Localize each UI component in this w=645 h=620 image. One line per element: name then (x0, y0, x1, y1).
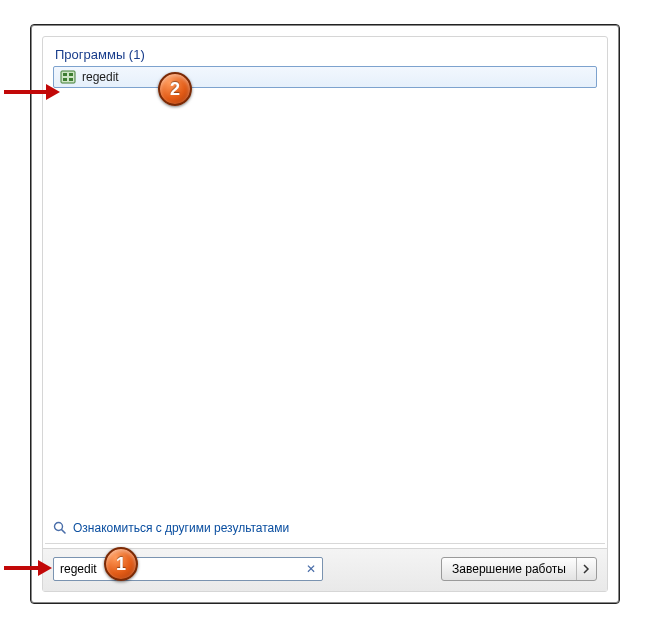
results-category-header: Программы (1) (53, 45, 597, 66)
start-menu-panel: Программы (1) regedit (42, 36, 608, 592)
more-results-label: Ознакомиться с другими результатами (73, 521, 289, 535)
shutdown-label: Завершение работы (452, 562, 566, 576)
svg-rect-0 (61, 71, 75, 83)
search-icon (53, 521, 67, 535)
result-item-regedit[interactable]: regedit (53, 66, 597, 88)
search-input[interactable] (53, 557, 323, 581)
svg-line-6 (62, 530, 66, 534)
results-area: Программы (1) regedit (43, 37, 607, 543)
shutdown-options-arrow[interactable] (576, 558, 596, 580)
shutdown-button[interactable]: Завершение работы (442, 558, 576, 580)
svg-rect-2 (69, 73, 73, 76)
result-item-label: regedit (82, 70, 119, 84)
svg-rect-1 (63, 73, 67, 76)
regedit-icon (60, 69, 76, 85)
svg-rect-4 (69, 78, 73, 81)
start-menu-frame: Программы (1) regedit (30, 24, 620, 604)
bottom-bar: ✕ Завершение работы (43, 548, 607, 591)
shutdown-split-button: Завершение работы (441, 557, 597, 581)
divider (45, 543, 605, 544)
search-field-wrap: ✕ (53, 557, 323, 581)
clear-search-icon[interactable]: ✕ (303, 561, 319, 577)
svg-rect-3 (63, 78, 67, 81)
more-results-link[interactable]: Ознакомиться с другими результатами (53, 521, 289, 535)
